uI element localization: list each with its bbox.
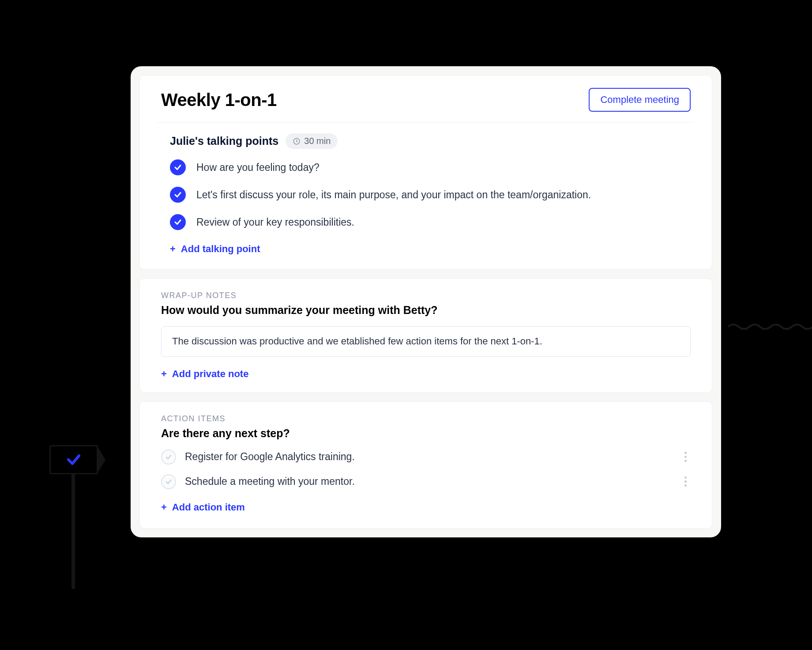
talking-point-checkbox[interactable] (170, 214, 186, 230)
action-item-text: Schedule a meeting with your mentor. (185, 476, 671, 488)
talking-point-item: Review of your key responsibilities. (170, 214, 691, 230)
duration-pill: 30 min (286, 133, 338, 149)
checkmark-icon (174, 218, 182, 226)
talking-points-title: Julie's talking points (170, 135, 278, 147)
plus-icon: + (161, 503, 167, 512)
add-private-note-label: Add private note (172, 368, 249, 380)
talking-point-item: Let's first discuss your role, its main … (170, 187, 691, 203)
talking-point-item: How are you feeling today? (170, 159, 691, 175)
talking-point-checkbox[interactable] (170, 159, 186, 175)
clock-icon (293, 137, 301, 145)
wrapup-panel: WRAP-UP NOTES How would you summarize yo… (139, 278, 712, 393)
wrapup-eyebrow: WRAP-UP NOTES (161, 291, 691, 300)
talking-points-header: Julie's talking points 30 min (170, 133, 691, 149)
add-action-item-label: Add action item (172, 502, 245, 513)
talking-point-text: How are you feeling today? (196, 162, 320, 174)
action-item-text: Register for Google Analytics training. (185, 451, 671, 463)
duration-text: 30 min (304, 136, 331, 146)
meeting-card: Weekly 1-on-1 Complete meeting Julie's t… (131, 66, 721, 537)
complete-meeting-button[interactable]: Complete meeting (589, 88, 691, 112)
talking-point-text: Review of your key responsibilities. (196, 216, 354, 228)
action-items-question: Are there any next step? (161, 427, 691, 440)
wrapup-note-input[interactable] (161, 326, 691, 357)
talking-points-list: How are you feeling today? Let's first d… (170, 159, 691, 230)
talking-point-text: Let's first discuss your role, its main … (196, 189, 591, 201)
action-item-menu-button[interactable] (680, 475, 691, 488)
plus-icon: + (161, 369, 167, 379)
action-items-eyebrow: ACTION ITEMS (161, 414, 691, 423)
action-items-panel: ACTION ITEMS Are there any next step? Re… (139, 401, 712, 529)
checkmark-icon (165, 453, 172, 461)
checkmark-icon (174, 163, 182, 171)
action-item: Schedule a meeting with your mentor. (161, 474, 691, 489)
action-item-checkbox[interactable] (161, 450, 176, 465)
plus-icon: + (170, 244, 176, 254)
page-title: Weekly 1-on-1 (161, 90, 277, 110)
add-private-note-button[interactable]: + Add private note (161, 368, 248, 380)
checkmark-icon (174, 191, 182, 199)
checkmark-icon (165, 478, 172, 485)
talking-point-checkbox[interactable] (170, 187, 186, 203)
header-row: Weekly 1-on-1 Complete meeting (158, 81, 694, 123)
wrapup-question: How would you summarize your meeting wit… (161, 304, 691, 317)
signpost-pole (71, 474, 75, 589)
action-item: Register for Google Analytics training. (161, 450, 691, 465)
action-item-checkbox[interactable] (161, 474, 176, 489)
action-item-menu-button[interactable] (680, 450, 691, 464)
talking-points-panel: Weekly 1-on-1 Complete meeting Julie's t… (139, 75, 712, 269)
decorative-signpost (49, 445, 98, 589)
add-action-item-button[interactable]: + Add action item (161, 502, 245, 513)
add-talking-point-label: Add talking point (181, 243, 260, 255)
signpost-flag (49, 445, 98, 474)
checkmark-icon (66, 452, 82, 468)
decorative-wave (728, 322, 812, 331)
add-talking-point-button[interactable]: + Add talking point (170, 243, 260, 255)
